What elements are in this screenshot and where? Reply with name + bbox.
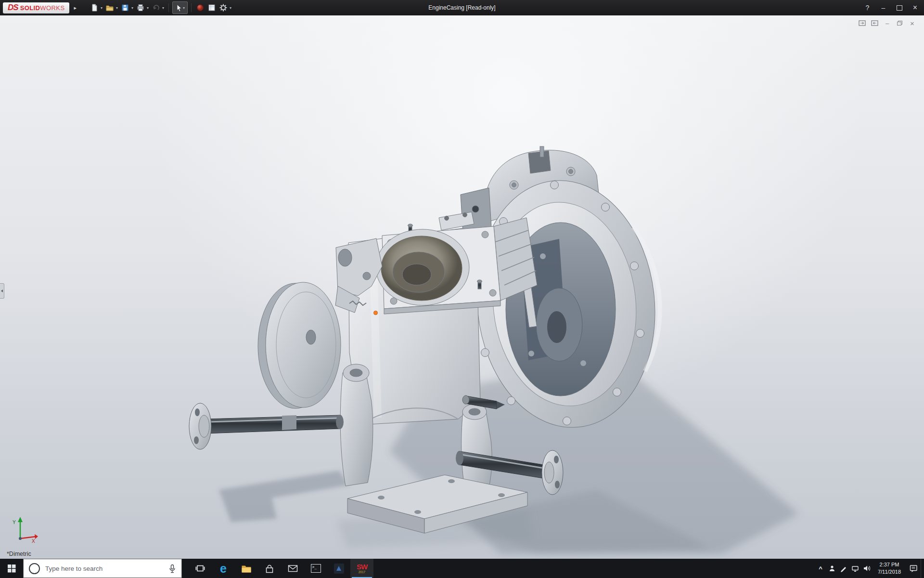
pane-layout-icon — [871, 20, 878, 26]
chevron-up-icon: ^ — [819, 565, 822, 572]
upper-bracket[interactable] — [461, 188, 491, 233]
solidworks-logo: DS SOLID WORKS — [3, 2, 69, 13]
dropdown-arrow-icon[interactable]: ▾ — [183, 6, 185, 10]
store-bag-icon — [265, 564, 274, 573]
dropdown-arrow-icon[interactable]: ▾ — [147, 6, 149, 10]
person-icon — [828, 565, 836, 572]
quick-access-toolbar: ▾ ▾ ▾ ▾ — [89, 1, 232, 14]
minimize-button[interactable]: – — [875, 0, 891, 15]
brand-text-light: WORKS — [40, 4, 64, 12]
document-window-controls: – × — [857, 18, 917, 28]
appearance-sphere-icon — [196, 3, 205, 12]
engine-casing-model[interactable] — [0, 15, 924, 559]
toolbar-separator — [191, 3, 192, 12]
select-cursor-icon — [174, 3, 183, 13]
taskbar-item-mail[interactable] — [281, 559, 304, 578]
file-explorer-icon — [241, 564, 252, 573]
options-button[interactable] — [218, 2, 229, 13]
dropdown-arrow-icon[interactable]: ▾ — [230, 6, 231, 10]
shaft-shadow — [219, 471, 349, 522]
windows-taskbar: e >_ — [0, 559, 924, 578]
dropdown-arrow-icon[interactable]: ▾ — [116, 6, 118, 10]
maximize-icon — [897, 5, 902, 11]
dropdown-arrow-icon[interactable]: ▾ — [162, 6, 164, 10]
task-view-button[interactable] — [189, 559, 212, 578]
undo-button[interactable] — [151, 2, 161, 13]
taskbar-item-console[interactable]: >_ — [304, 559, 327, 578]
pen-icon — [840, 565, 847, 572]
collapse-arrow-icon — [1, 289, 3, 292]
menu-flyout-arrow-icon[interactable]: ▸ — [74, 5, 77, 11]
triad-x-label: X — [32, 539, 35, 543]
tray-pen-button[interactable] — [838, 559, 849, 578]
options-gear-icon — [219, 3, 228, 12]
appearance-button[interactable] — [195, 2, 205, 13]
taskbar-item-solidworks[interactable]: SW 2017 — [350, 559, 373, 578]
mail-icon — [288, 564, 298, 573]
network-icon — [851, 565, 859, 572]
tray-expand-button[interactable]: ^ — [815, 559, 826, 578]
titlebar: DS SOLID WORKS ▸ ▾ ▾ ▾ — [0, 0, 924, 15]
print-icon — [136, 3, 145, 12]
taskbar-item-file-explorer[interactable] — [235, 559, 258, 578]
task-view-icon — [195, 564, 205, 573]
taskbar-clock[interactable]: 2:37 PM 7/11/2018 — [873, 561, 906, 576]
taskbar-items: e >_ — [189, 559, 373, 578]
app-icon — [334, 564, 344, 574]
tray-volume-button[interactable] — [861, 559, 873, 578]
taskbar-item-store[interactable] — [258, 559, 281, 578]
save-button[interactable] — [120, 2, 130, 13]
brand-text-bold: SOLID — [20, 4, 40, 12]
window-controls: ? – × — [860, 0, 923, 15]
pane-layout-icon — [859, 20, 866, 26]
sheet-icon — [207, 3, 216, 12]
close-button[interactable]: × — [907, 0, 923, 15]
action-center-button[interactable] — [906, 559, 921, 578]
console-icon: >_ — [311, 564, 321, 573]
new-document-icon — [90, 3, 99, 12]
panel-flyout-tab[interactable] — [0, 283, 4, 299]
help-button[interactable]: ? — [860, 0, 875, 15]
view-orientation-label: *Dimetric — [7, 551, 31, 557]
search-input[interactable] — [44, 565, 163, 573]
windows-logo-icon — [8, 565, 16, 573]
microphone-icon[interactable] — [168, 564, 177, 573]
dropdown-arrow-icon[interactable]: ▾ — [101, 6, 103, 10]
undo-icon — [152, 3, 160, 12]
print-button[interactable] — [135, 2, 146, 13]
show-desktop-button[interactable] — [921, 559, 924, 578]
sheet-properties-button[interactable] — [206, 2, 217, 13]
side-cover-disc[interactable] — [258, 282, 341, 408]
orientation-triad: Y X — [10, 516, 38, 543]
new-document-button[interactable] — [89, 2, 100, 13]
open-button[interactable] — [104, 2, 115, 13]
viewport-layout-button-1[interactable] — [857, 18, 867, 28]
volume-icon — [863, 565, 871, 572]
solidworks-icon: SW 2017 — [357, 563, 367, 574]
select-tool-button[interactable]: ▾ — [172, 1, 188, 14]
selection-point[interactable] — [373, 311, 378, 315]
graphics-viewport[interactable]: – × Y X *Dimetric — [0, 15, 924, 559]
action-center-icon — [910, 565, 918, 573]
taskbar-search[interactable] — [23, 559, 182, 578]
edge-icon: e — [220, 563, 227, 575]
start-button[interactable] — [0, 559, 23, 578]
system-tray: ^ 2:37 PM 7/11/2018 — [815, 559, 924, 578]
restore-icon — [897, 21, 902, 26]
toolbar-separator — [168, 3, 169, 12]
clock-date: 7/11/2018 — [873, 568, 906, 576]
viewport-layout-button-2[interactable] — [870, 18, 880, 28]
mount-shaft-left[interactable] — [189, 403, 344, 449]
open-folder-icon — [105, 3, 114, 12]
dropdown-arrow-icon[interactable]: ▾ — [131, 6, 133, 10]
tray-network-button[interactable] — [849, 559, 861, 578]
doc-close-button[interactable]: × — [907, 18, 917, 28]
tray-people-button[interactable] — [826, 559, 838, 578]
taskbar-item-edge[interactable]: e — [212, 559, 235, 578]
clock-time: 2:37 PM — [873, 561, 906, 568]
maximize-button[interactable] — [891, 0, 907, 15]
taskbar-item-app[interactable] — [327, 559, 350, 578]
doc-restore-button[interactable] — [895, 18, 905, 28]
doc-minimize-button[interactable]: – — [882, 18, 892, 28]
cortana-icon[interactable] — [29, 563, 40, 574]
